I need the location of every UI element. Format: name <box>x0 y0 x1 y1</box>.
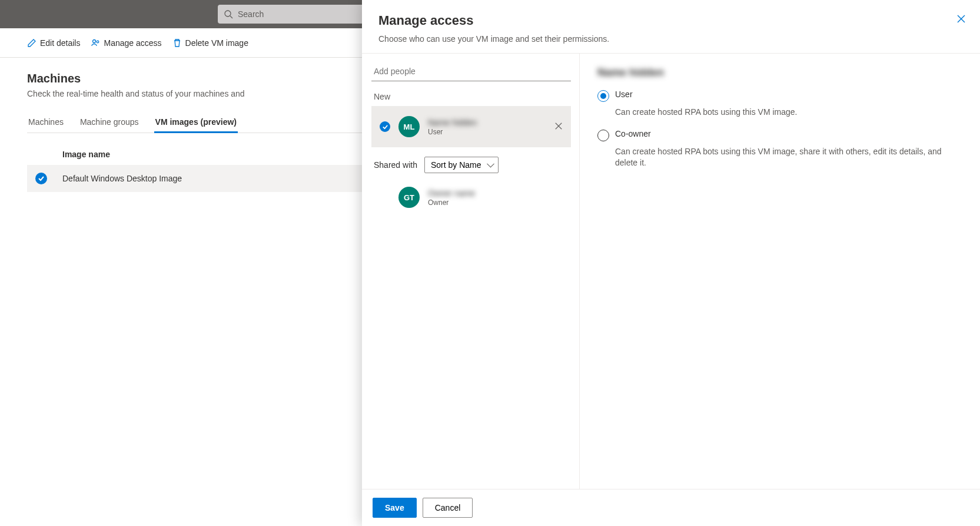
panel-subtitle: Choose who can use your VM image and set… <box>378 34 964 44</box>
save-button[interactable]: Save <box>373 498 417 518</box>
radio-checked-icon <box>597 90 609 102</box>
close-icon <box>956 14 966 24</box>
selected-person-name: Name hidden <box>597 67 962 79</box>
permission-coowner-option[interactable]: Co-owner <box>597 129 962 141</box>
search-box[interactable]: Search <box>218 5 383 24</box>
manage-access-button[interactable]: Manage access <box>91 38 161 48</box>
search-placeholder: Search <box>238 9 264 19</box>
add-people-input[interactable] <box>371 62 571 81</box>
tab-machines[interactable]: Machines <box>27 113 65 133</box>
shared-person-row[interactable]: GT Owner name Owner <box>371 177 571 218</box>
tab-vm-images[interactable]: VM images (preview) <box>154 113 238 133</box>
row-image-name: Default Windows Desktop Image <box>62 174 182 183</box>
people-icon <box>91 38 100 48</box>
cancel-button[interactable]: Cancel <box>423 498 473 518</box>
delete-vm-image-button[interactable]: Delete VM image <box>172 38 248 48</box>
person-info: Owner name Owner <box>428 188 563 207</box>
panel-header: Manage access Choose who can use your VM… <box>362 0 980 54</box>
close-icon <box>554 122 563 130</box>
close-panel-button[interactable] <box>956 14 966 25</box>
person-info: Name hidden User <box>428 118 546 136</box>
trash-icon <box>172 38 182 48</box>
people-column: New ML Name hidden User Shared with <box>362 54 580 489</box>
permission-coowner-label: Co-owner <box>615 129 651 138</box>
avatar: ML <box>398 116 420 137</box>
svg-line-1 <box>230 16 232 18</box>
sort-by-select[interactable]: Sort by Name <box>424 157 499 173</box>
tab-machine-groups[interactable]: Machine groups <box>79 113 140 133</box>
shared-with-label: Shared with <box>374 160 417 170</box>
selected-check-icon <box>380 121 390 132</box>
new-person-row[interactable]: ML Name hidden User <box>371 106 571 147</box>
permission-user-option[interactable]: User <box>597 90 962 102</box>
avatar: GT <box>398 187 420 208</box>
panel-title: Manage access <box>378 13 964 28</box>
radio-unchecked-icon <box>597 130 609 141</box>
edit-details-button[interactable]: Edit details <box>27 38 80 48</box>
svg-point-2 <box>93 39 96 42</box>
permission-coowner-description: Can create hosted RPA bots using this VM… <box>615 146 962 169</box>
new-section-label: New <box>371 92 571 101</box>
remove-person-button[interactable] <box>554 122 563 132</box>
search-icon <box>224 9 233 19</box>
svg-point-3 <box>97 41 99 43</box>
svg-point-0 <box>225 11 231 16</box>
manage-access-panel: Manage access Choose who can use your VM… <box>362 0 980 526</box>
pencil-icon <box>27 38 36 48</box>
permissions-column: Name hidden User Can create hosted RPA b… <box>580 54 980 489</box>
panel-footer: Save Cancel <box>362 489 980 526</box>
permission-user-description: Can create hosted RPA bots using this VM… <box>615 107 962 118</box>
person-role: Owner <box>428 199 563 207</box>
person-name-blurred: Owner name <box>428 188 563 198</box>
permission-user-label: User <box>615 90 633 99</box>
person-name-blurred: Name hidden <box>428 118 546 127</box>
row-checked-icon[interactable] <box>35 173 47 184</box>
person-role: User <box>428 128 546 136</box>
